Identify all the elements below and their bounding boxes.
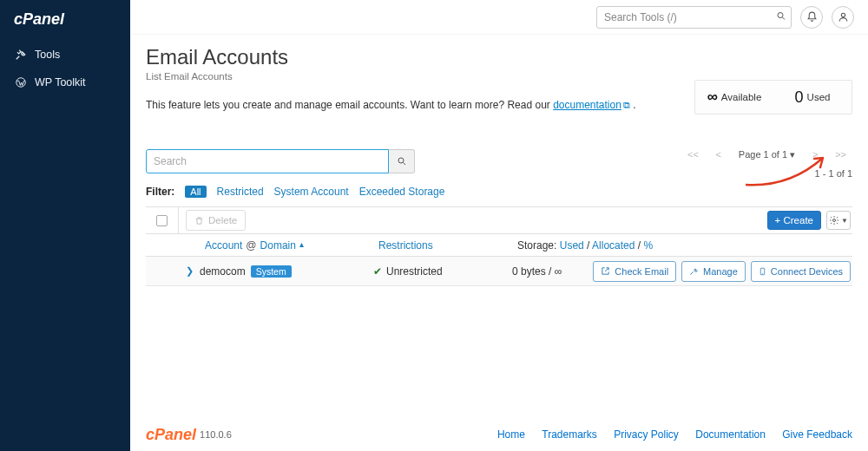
mobile-icon [759, 266, 766, 277]
stat-available: ∞ Available [695, 81, 773, 114]
filter-all[interactable]: All [185, 186, 206, 198]
footer-link-privacy[interactable]: Privacy Policy [614, 428, 679, 441]
filter-label: Filter: [146, 186, 174, 198]
svg-point-1 [778, 12, 783, 17]
footer-version: 110.0.6 [200, 429, 232, 440]
th-account[interactable]: Account @ Domain ▴ [200, 239, 373, 252]
svg-point-3 [398, 158, 404, 163]
pager: << < Page 1 of 1 ▾ > >> [681, 144, 852, 165]
page-title: Email Accounts [146, 45, 852, 69]
logo: cPanel [0, 0, 130, 41]
delete-label: Delete [208, 215, 237, 226]
stat-label: Used [807, 92, 831, 102]
stats-box: ∞ Available 0 Used [694, 80, 852, 114]
tools-icon [14, 49, 27, 61]
account-button[interactable] [832, 6, 854, 29]
th-storage-allocated[interactable]: Allocated [592, 239, 635, 252]
footer-link-home[interactable]: Home [497, 428, 525, 441]
pager-first[interactable]: << [681, 144, 705, 165]
topbar [130, 0, 868, 35]
infinity-icon: ∞ [707, 88, 718, 106]
trash-icon [194, 216, 204, 226]
pager-label[interactable]: Page 1 of 1 ▾ [733, 144, 801, 165]
logo-text: cPanel [14, 10, 64, 29]
filter-restricted[interactable]: Restricted [217, 186, 264, 198]
sidebar-item-label: Tools [35, 49, 60, 61]
chevron-down-icon: ▼ [841, 217, 848, 225]
stat-label: Available [721, 92, 761, 102]
check-email-button[interactable]: Check Email [593, 261, 676, 282]
sidebar: cPanel Tools WP Toolkit [0, 0, 130, 451]
manage-button[interactable]: Manage [681, 261, 746, 282]
footer-logo: cPanel [146, 426, 196, 444]
check-icon: ✔ [373, 265, 382, 278]
search-icon [397, 156, 407, 167]
restriction-cell: ✔ Unrestricted [373, 265, 512, 278]
footer-link-trademarks[interactable]: Trademarks [542, 428, 597, 441]
pager-prev[interactable]: < [708, 144, 729, 165]
bell-icon [806, 11, 818, 23]
svg-point-4 [833, 219, 836, 222]
filter-search [146, 149, 389, 173]
settings-button[interactable]: ▼ [826, 211, 851, 230]
restriction-text: Unrestricted [386, 265, 443, 278]
filter-search-button[interactable] [389, 149, 415, 173]
search-tools [596, 6, 792, 29]
footer: cPanel 110.0.6 Home Trademarks Privacy P… [130, 418, 868, 451]
sidebar-item-tools[interactable]: Tools [0, 41, 130, 69]
wp-icon [14, 76, 27, 88]
select-all-checkbox[interactable] [156, 215, 168, 226]
filter-search-input[interactable] [146, 149, 389, 173]
sidebar-item-wp-toolkit[interactable]: WP Toolkit [0, 69, 130, 96]
table-header: Account @ Domain ▴ Restrictions Storage:… [146, 234, 852, 257]
th-restrictions[interactable]: Restrictions [373, 239, 512, 252]
stat-value: 0 [795, 88, 804, 107]
pager-last[interactable]: >> [829, 144, 852, 165]
action-bar: Delete + Create ▼ [146, 206, 852, 234]
svg-point-0 [16, 78, 25, 88]
external-link-icon: ⧉ [623, 100, 630, 111]
system-badge: System [251, 265, 292, 278]
search-tools-input[interactable] [596, 6, 792, 29]
create-label: + Create [775, 215, 813, 226]
user-icon [838, 11, 849, 23]
footer-link-feedback[interactable]: Give Feedback [782, 428, 852, 441]
svg-point-2 [841, 13, 845, 16]
pager-block: << < Page 1 of 1 ▾ > >> 1 - 1 of 1 [681, 144, 852, 179]
intro-prefix: This feature lets you create and manage … [146, 99, 553, 111]
account-name: democom [200, 265, 246, 278]
pager-range: 1 - 1 of 1 [815, 168, 852, 179]
search-icon [776, 10, 786, 23]
table-controls: << < Page 1 of 1 ▾ > >> 1 - 1 of 1 [146, 144, 852, 179]
filter-row: Filter: All Restricted System Account Ex… [146, 186, 852, 198]
create-button[interactable]: + Create [767, 211, 821, 230]
sort-asc-icon: ▴ [299, 239, 304, 252]
sidebar-item-label: WP Toolkit [35, 76, 86, 88]
documentation-link[interactable]: documentation [553, 99, 621, 111]
external-link-icon [601, 266, 610, 276]
filter-system-account[interactable]: System Account [274, 186, 349, 198]
stat-used: 0 Used [773, 81, 852, 114]
filter-exceeded-storage[interactable]: Exceeded Storage [359, 186, 445, 198]
content: Email Accounts List Email Accounts This … [130, 35, 868, 451]
wrench-icon [689, 266, 699, 276]
th-storage-used[interactable]: Used [560, 239, 584, 252]
expand-row[interactable]: ❯ [179, 265, 200, 277]
storage-cell: 0 bytes / ∞ [512, 265, 593, 278]
gear-icon [829, 215, 839, 226]
footer-link-docs[interactable]: Documentation [695, 428, 766, 441]
select-all-cell [146, 206, 179, 234]
intro-suffix: . [630, 99, 636, 111]
pager-next[interactable]: > [805, 144, 825, 165]
notifications-button[interactable] [800, 6, 823, 29]
connect-devices-button[interactable]: Connect Devices [751, 261, 851, 282]
th-storage-percent[interactable]: % [644, 239, 654, 252]
main: Email Accounts List Email Accounts This … [130, 0, 868, 451]
delete-button[interactable]: Delete [186, 210, 246, 231]
table-row: ❯ democom System ✔ Unrestricted 0 bytes … [146, 257, 852, 286]
th-storage: Storage: Used / Allocated / % [512, 239, 658, 252]
